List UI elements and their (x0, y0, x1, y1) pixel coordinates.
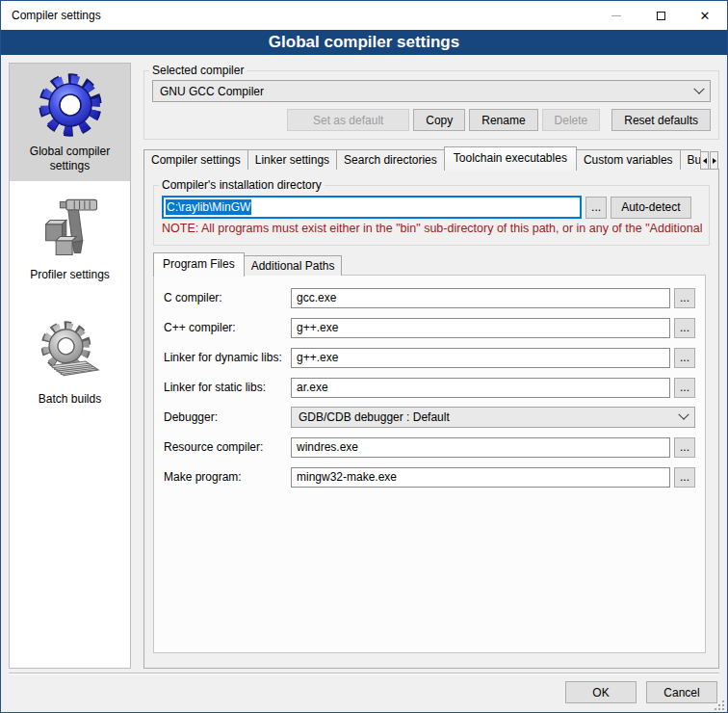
installation-directory-browse-button[interactable]: ... (585, 197, 607, 219)
delete-button[interactable]: Delete (542, 109, 601, 131)
copy-button[interactable]: Copy (413, 109, 465, 131)
selected-compiler-combobox[interactable]: GNU GCC Compiler (152, 80, 711, 102)
close-icon: ✕ (700, 10, 711, 22)
titlebar: Compiler settings ✕ (1, 1, 727, 30)
tab-build-options[interactable]: Build options (680, 149, 701, 170)
resize-grip[interactable] (714, 700, 725, 711)
sidebar-item-batch-builds[interactable]: Batch builds (10, 311, 130, 414)
resource-compiler-label: Resource compiler: (164, 440, 291, 454)
debugger-value: GDB/CDB debugger : Default (299, 410, 680, 424)
settings-category-sidebar: Global compiler settings (9, 63, 131, 669)
set-as-default-button[interactable]: Set as default (287, 109, 409, 131)
sidebar-item-label: Profiler settings (12, 268, 128, 282)
dynamic-linker-value: g++.exe (297, 351, 338, 364)
installation-directory-selected-text: C:\raylib\MinGW (166, 199, 251, 215)
make-program-row: Make program: mingw32-make.exe ... (164, 466, 695, 488)
resource-compiler-value: windres.exe (297, 440, 358, 454)
grey-gear-stack-icon (12, 317, 128, 388)
chevron-down-icon (693, 83, 704, 93)
dynamic-linker-browse-button[interactable]: ... (674, 348, 695, 368)
selected-compiler-value: GNU GCC Compiler (160, 85, 695, 98)
tab-scroll-right-button[interactable] (710, 151, 718, 170)
resource-compiler-browse-button[interactable]: ... (674, 437, 695, 458)
compiler-buttons-row: Set as default Copy Rename Delete Reset … (144, 109, 718, 131)
make-program-browse-button[interactable]: ... (674, 467, 695, 488)
tab-program-files[interactable]: Program Files (153, 252, 245, 277)
resource-compiler-row: Resource compiler: windres.exe ... (164, 436, 695, 458)
c-compiler-label: C compiler: (164, 291, 291, 304)
static-linker-browse-button[interactable]: ... (674, 378, 695, 398)
debugger-row: Debugger: GDB/CDB debugger : Default (164, 407, 695, 428)
dynamic-linker-row: Linker for dynamic libs: g++.exe ... (164, 347, 695, 368)
tab-toolchain-executables[interactable]: Toolchain executables (444, 146, 577, 171)
c-compiler-value: gcc.exe (297, 291, 336, 304)
c-compiler-browse-button[interactable]: ... (674, 288, 695, 308)
arrow-right-icon (713, 158, 716, 164)
caliper-icon (12, 193, 128, 264)
sidebar-item-label: Batch builds (12, 392, 128, 407)
maximize-icon (657, 12, 665, 20)
installation-directory-input[interactable]: C:\raylib\MinGW (162, 196, 582, 219)
cpp-compiler-label: C++ compiler: (164, 321, 291, 334)
static-linker-value: ar.exe (297, 381, 328, 394)
make-program-label: Make program: (164, 470, 291, 484)
selected-compiler-legend: Selected compiler (149, 64, 247, 77)
program-files-tab-strip: Program Files Additional Paths (153, 252, 710, 276)
bin-subdirectory-note: NOTE: All programs must exist either in … (162, 222, 703, 235)
tab-custom-variables[interactable]: Custom variables (576, 149, 681, 170)
tab-linker-settings[interactable]: Linker settings (247, 149, 337, 170)
tab-additional-paths[interactable]: Additional Paths (244, 255, 343, 276)
resource-compiler-input[interactable]: windres.exe (291, 437, 670, 458)
sidebar-item-global-compiler-settings[interactable]: Global compiler settings (10, 64, 130, 181)
tab-compiler-settings[interactable]: Compiler settings (143, 149, 248, 170)
cpp-compiler-input[interactable]: g++.exe (291, 318, 670, 338)
make-program-input[interactable]: mingw32-make.exe (291, 467, 670, 488)
maximize-button[interactable] (638, 1, 683, 30)
close-button[interactable]: ✕ (683, 1, 727, 30)
tab-scroll-left-button[interactable] (700, 151, 709, 170)
blue-gear-icon (12, 69, 128, 141)
static-linker-row: Linker for static libs: ar.exe ... (164, 377, 695, 398)
installation-directory-legend: Compiler's installation directory (159, 178, 325, 192)
make-program-value: mingw32-make.exe (297, 470, 397, 484)
debugger-combobox[interactable]: GDB/CDB debugger : Default (291, 407, 695, 428)
reset-defaults-button[interactable]: Reset defaults (611, 109, 711, 131)
c-compiler-input[interactable]: gcc.exe (291, 288, 670, 308)
dynamic-linker-label: Linker for dynamic libs: (164, 351, 291, 364)
dynamic-linker-input[interactable]: g++.exe (291, 348, 670, 368)
cpp-compiler-row: C++ compiler: g++.exe ... (164, 317, 695, 338)
minimize-icon (611, 15, 621, 16)
compiler-settings-window: Compiler settings ✕ Global compiler sett… (0, 0, 728, 713)
program-files-panel: C compiler: gcc.exe ... C++ compiler: g+… (153, 275, 706, 653)
tab-search-directories[interactable]: Search directories (336, 149, 445, 170)
static-linker-label: Linker for static libs: (164, 381, 291, 394)
rename-button[interactable]: Rename (469, 109, 537, 131)
debugger-label: Debugger: (164, 410, 291, 424)
dialog-footer: OK Cancel (9, 673, 719, 712)
settings-tab-strip: Compiler settings Linker settings Search… (143, 146, 719, 170)
cpp-compiler-value: g++.exe (297, 321, 338, 334)
window-title: Compiler settings (1, 9, 594, 22)
sidebar-item-profiler-settings[interactable]: Profiler settings (10, 187, 130, 290)
auto-detect-button[interactable]: Auto-detect (611, 197, 690, 219)
c-compiler-row: C compiler: gcc.exe ... (164, 287, 695, 308)
cpp-compiler-browse-button[interactable]: ... (674, 318, 695, 338)
minimize-button[interactable] (594, 1, 638, 30)
cancel-button[interactable]: Cancel (646, 681, 717, 703)
toolchain-executables-panel: Compiler's installation directory C:\ray… (143, 169, 719, 669)
static-linker-input[interactable]: ar.exe (291, 378, 670, 398)
installation-directory-group: Compiler's installation directory C:\ray… (153, 178, 710, 246)
sidebar-item-label: Global compiler settings (12, 145, 128, 173)
arrow-left-icon (703, 158, 707, 164)
page-title: Global compiler settings (1, 30, 727, 55)
chevron-down-icon (678, 409, 689, 420)
selected-compiler-group: Selected compiler GNU GCC Compiler Set a… (143, 64, 719, 140)
ok-button[interactable]: OK (565, 681, 637, 703)
